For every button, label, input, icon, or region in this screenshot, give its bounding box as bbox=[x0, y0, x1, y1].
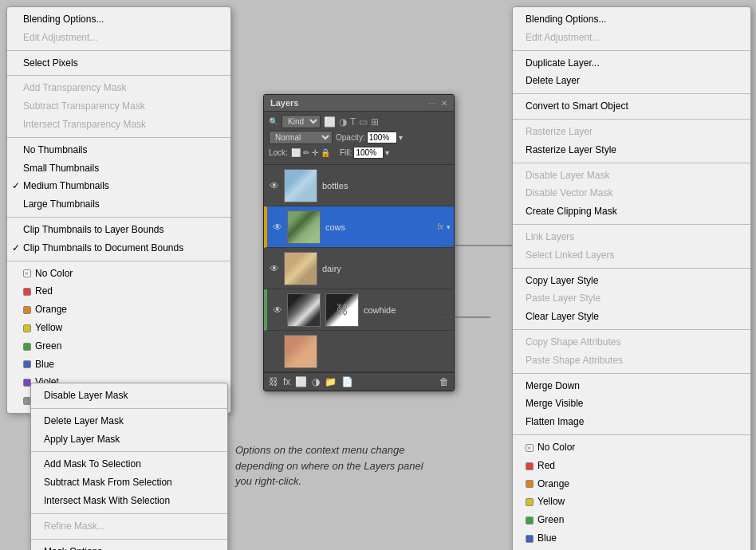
left-green[interactable]: Green bbox=[7, 337, 230, 356]
right-rasterize-layer-style[interactable]: Rasterize Layer Style bbox=[513, 141, 750, 159]
right-red[interactable]: Red bbox=[513, 457, 750, 475]
right-duplicate-layer[interactable]: Duplicate Layer... bbox=[513, 54, 750, 73]
right-disable-vector-mask: Disable Vector Mask bbox=[513, 184, 750, 202]
fill-label: Fill: bbox=[340, 148, 352, 157]
left-small-thumbnails[interactable]: Small Thumbnails bbox=[7, 159, 230, 178]
right-select-linked-layers: Select Linked Layers bbox=[513, 246, 750, 265]
right-red-dot bbox=[526, 462, 534, 470]
layer-item-cowhide[interactable]: 👁 ⛓ cowhide bbox=[264, 289, 454, 331]
left-clip-doc-bounds[interactable]: Clip Thumbnails to Document Bounds bbox=[7, 239, 230, 257]
add-mask-icon[interactable]: ⬜ bbox=[295, 376, 307, 387]
right-merge-visible[interactable]: Merge Visible bbox=[513, 395, 750, 413]
left-blending-options[interactable]: Blending Options... bbox=[7, 10, 230, 29]
divider bbox=[31, 513, 227, 514]
lock-all-icon[interactable]: 🔒 bbox=[321, 148, 330, 157]
layers-panel-header: Layers ⋯ ✕ bbox=[264, 95, 454, 112]
layer-visibility-cows[interactable]: 👁 bbox=[270, 222, 285, 233]
divider bbox=[513, 50, 750, 51]
left-clip-layer-bounds[interactable]: Clip Thumbnails to Layer Bounds bbox=[7, 221, 230, 239]
layer-item-partial[interactable] bbox=[264, 331, 454, 372]
mask-options-btn[interactable]: Mask Options... bbox=[31, 543, 227, 550]
add-style-icon[interactable]: fx bbox=[283, 376, 290, 387]
right-orange[interactable]: Orange bbox=[513, 475, 750, 493]
left-no-color[interactable]: No Color bbox=[7, 265, 230, 283]
right-create-clipping-mask[interactable]: Create Clipping Mask bbox=[513, 202, 750, 221]
divider bbox=[513, 373, 750, 374]
left-no-thumbnails[interactable]: No Thumbnails bbox=[7, 141, 230, 159]
lock-paint-icon[interactable]: ✏ bbox=[303, 148, 309, 157]
apply-layer-mask-btn[interactable]: Apply Layer Mask bbox=[31, 430, 227, 449]
refine-mask-btn: Refine Mask... bbox=[31, 517, 227, 536]
layer-visibility-bottles[interactable]: 👁 bbox=[267, 180, 282, 191]
right-clear-layer-style[interactable]: Clear Layer Style bbox=[513, 308, 750, 326]
kind-select[interactable]: Kind bbox=[282, 115, 321, 128]
kind-label: 🔍 bbox=[269, 117, 278, 126]
right-blue[interactable]: Blue bbox=[513, 529, 750, 548]
right-blue-dot bbox=[526, 535, 534, 543]
left-intersect-transparency: Intersect Transparency Mask bbox=[7, 116, 230, 134]
layer-item-cows[interactable]: 👁 cows fx ▾ bbox=[264, 206, 454, 248]
layers-panel-close-icon[interactable]: ✕ bbox=[441, 99, 447, 108]
right-flatten-image[interactable]: Flatten Image bbox=[513, 413, 750, 431]
subtract-mask-from-selection-btn[interactable]: Subtract Mask From Selection bbox=[31, 473, 227, 492]
fill-input[interactable] bbox=[353, 147, 384, 159]
layers-list: 👁 bottles 👁 cows fx ▾ 👁 dairy 👁 ⛓ cowhid bbox=[264, 165, 454, 372]
divider bbox=[7, 261, 230, 261]
right-green[interactable]: Green bbox=[513, 511, 750, 529]
layer-visibility-cowhide[interactable]: 👁 bbox=[270, 304, 285, 316]
blend-mode-select[interactable]: Normal bbox=[269, 131, 333, 144]
left-edit-adjustment: Edit Adjustment... bbox=[7, 29, 230, 47]
lock-pixels-icon[interactable]: ⬜ bbox=[291, 148, 301, 157]
right-copy-layer-style[interactable]: Copy Layer Style bbox=[513, 272, 750, 290]
opacity-arrow[interactable]: ▾ bbox=[399, 133, 403, 142]
right-blending-options[interactable]: Blending Options... bbox=[513, 10, 750, 29]
divider bbox=[513, 163, 750, 163]
disable-layer-mask-btn[interactable]: Disable Layer Mask bbox=[31, 387, 227, 405]
left-red[interactable]: Red bbox=[7, 282, 230, 301]
layer-fx-cows: fx bbox=[437, 222, 443, 231]
fill-arrow[interactable]: ▾ bbox=[385, 148, 389, 157]
layers-lock-row: Lock: ⬜ ✏ ✛ 🔒 Fill: ▾ bbox=[269, 147, 449, 159]
connector-lines bbox=[443, 238, 522, 397]
divider bbox=[513, 329, 750, 330]
left-blue[interactable]: Blue bbox=[7, 356, 230, 374]
new-group-icon[interactable]: 📁 bbox=[325, 376, 337, 387]
icon-shape: ▭ bbox=[359, 116, 368, 128]
right-rasterize-layer: Rasterize Layer bbox=[513, 123, 750, 141]
right-convert-smart-object[interactable]: Convert to Smart Object bbox=[513, 97, 750, 116]
layer-item-bottles[interactable]: 👁 bottles bbox=[264, 165, 454, 206]
right-paste-layer-style: Paste Layer Style bbox=[513, 289, 750, 308]
left-select-pixels[interactable]: Select Pixels bbox=[7, 54, 230, 73]
layer-name-dairy: dairy bbox=[322, 264, 451, 273]
left-add-transparency: Add Transparency Mask bbox=[7, 79, 230, 97]
add-mask-to-selection-btn[interactable]: Add Mask To Selection bbox=[31, 455, 227, 473]
layer-visibility-dairy[interactable]: 👁 bbox=[267, 263, 282, 274]
delete-layer-icon[interactable]: 🗑 bbox=[439, 376, 449, 387]
lock-move-icon[interactable]: ✛ bbox=[312, 148, 318, 157]
right-no-color[interactable]: No Color bbox=[513, 438, 750, 457]
left-orange[interactable]: Orange bbox=[7, 301, 230, 319]
fill-group: Fill: ▾ bbox=[340, 147, 390, 159]
divider bbox=[31, 539, 227, 540]
layer-arrow-cows[interactable]: ▾ bbox=[447, 223, 451, 231]
right-delete-layer[interactable]: Delete Layer bbox=[513, 72, 750, 90]
new-adjustment-icon[interactable]: ◑ bbox=[312, 376, 320, 387]
layers-panel-menu-icon[interactable]: ⋯ bbox=[428, 99, 436, 108]
intersect-mask-with-selection-btn[interactable]: Intersect Mask With Selection bbox=[31, 492, 227, 510]
new-layer-icon[interactable]: 📄 bbox=[341, 376, 353, 387]
left-yellow[interactable]: Yellow bbox=[7, 319, 230, 337]
green-color-dot bbox=[23, 343, 31, 351]
left-large-thumbnails[interactable]: Large Thumbnails bbox=[7, 195, 230, 214]
right-merge-down[interactable]: Merge Down bbox=[513, 377, 750, 395]
icon-pixel: ⬜ bbox=[324, 116, 336, 128]
layers-bottom-bar: ⛓ fx ⬜ ◑ 📁 📄 🗑 bbox=[264, 372, 454, 391]
delete-layer-mask-btn[interactable]: Delete Layer Mask bbox=[31, 412, 227, 430]
layer-thumb-cows bbox=[287, 210, 321, 244]
opacity-input[interactable] bbox=[367, 132, 397, 143]
layer-thumb-bottles bbox=[284, 169, 317, 202]
link-layers-icon[interactable]: ⛓ bbox=[269, 376, 278, 387]
layer-item-dairy[interactable]: 👁 dairy bbox=[264, 248, 454, 289]
right-yellow[interactable]: Yellow bbox=[513, 493, 750, 511]
left-medium-thumbnails[interactable]: Medium Thumbnails bbox=[7, 177, 230, 195]
mask-link-icon: ⛓ bbox=[336, 303, 348, 317]
